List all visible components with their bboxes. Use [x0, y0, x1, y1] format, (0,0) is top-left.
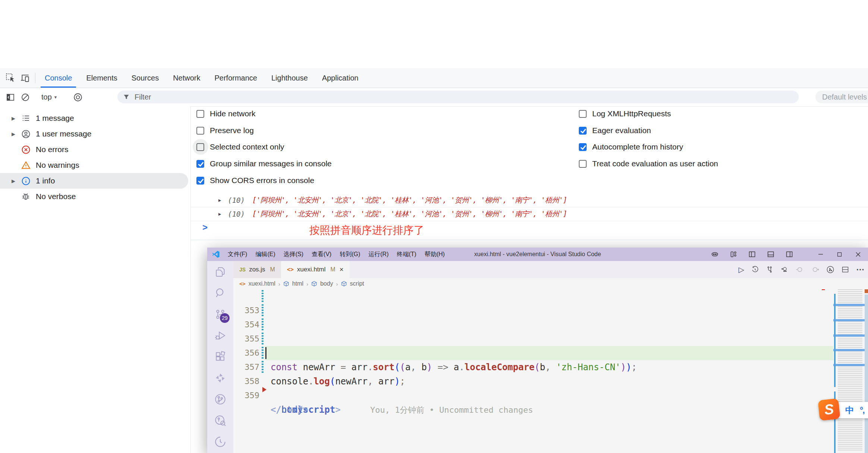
timeline-icon[interactable] — [751, 266, 759, 273]
checkbox-log-xmlhttprequests[interactable]: Log XMLHttpRequests — [579, 108, 671, 119]
navigate-back-icon[interactable] — [796, 265, 804, 274]
expand-icon[interactable]: ▶ — [10, 116, 16, 121]
ime-punctuation-mode[interactable]: °, — [860, 405, 864, 415]
toggle-sidebar-icon[interactable] — [3, 93, 18, 102]
expand-icon[interactable]: ▶ — [10, 178, 16, 184]
breadcrumb-file[interactable]: xuexi.html — [249, 280, 275, 287]
sidebar-item-errors[interactable]: No errors — [0, 142, 190, 157]
menu-view[interactable]: 查看(V) — [307, 251, 335, 258]
log-levels-dropdown[interactable]: Default levels ▾ — [815, 91, 868, 103]
breadcrumb-script[interactable]: script — [350, 280, 364, 287]
extensions-icon[interactable] — [214, 350, 227, 363]
filter-input[interactable] — [134, 92, 793, 102]
menu-go[interactable]: 转到(G) — [335, 251, 364, 258]
tab-network[interactable]: Network — [166, 68, 207, 88]
checkbox[interactable] — [196, 160, 204, 168]
breadcrumb-html[interactable]: html — [292, 280, 303, 287]
tab-xuexi-html[interactable]: <> xuexi.html M × — [281, 261, 350, 278]
sidebar-item-warnings[interactable]: No warnings — [0, 157, 190, 173]
git-graph-icon[interactable] — [214, 393, 227, 406]
references-icon[interactable] — [780, 266, 789, 273]
sidebar-item-user-messages[interactable]: ▶ 1 user message — [0, 126, 190, 142]
scrollbar-thumb[interactable] — [865, 295, 868, 453]
checkbox[interactable] — [196, 127, 204, 135]
explorer-icon[interactable] — [214, 265, 227, 278]
git-history-search-icon[interactable] — [214, 414, 227, 427]
navigate-forward-icon[interactable] — [811, 265, 819, 274]
tab-lighthouse[interactable]: Lighthouse — [264, 68, 315, 88]
menu-selection[interactable]: 选择(S) — [280, 251, 307, 258]
filter-input-pill[interactable] — [117, 91, 799, 103]
code-line: 358 </body> — [233, 360, 868, 374]
tab-application[interactable]: Application — [315, 68, 366, 88]
menu-edit[interactable]: 编辑(E) — [251, 251, 279, 258]
checkbox[interactable] — [579, 127, 587, 135]
checkbox-hide-network[interactable]: Hide network — [196, 108, 256, 119]
checkbox[interactable] — [196, 177, 204, 185]
search-icon[interactable] — [214, 287, 227, 299]
expand-icon[interactable]: ▶ — [10, 131, 16, 137]
split-editor-icon[interactable] — [842, 266, 849, 273]
checkbox[interactable] — [579, 143, 587, 151]
checkbox[interactable] — [579, 110, 587, 118]
breadcrumb-body[interactable]: body — [320, 280, 333, 287]
sogou-logo[interactable]: S — [818, 398, 840, 421]
vscode-logo-icon — [212, 250, 220, 258]
minimap[interactable] — [833, 289, 865, 453]
sidebar-item-verbose[interactable]: No verbose — [0, 189, 190, 204]
device-toolbar-icon[interactable] — [18, 68, 33, 88]
checkbox-selected-context-only[interactable]: Selected context only — [196, 142, 284, 152]
checkbox[interactable] — [579, 160, 587, 168]
tab-performance[interactable]: Performance — [208, 68, 265, 88]
checkbox-treat-code-eval[interactable]: Treat code evaluation as user action — [579, 158, 718, 169]
close-icon[interactable]: × — [340, 265, 344, 274]
source-control-graph-icon[interactable] — [766, 266, 773, 273]
error-marker — [822, 289, 825, 290]
expand-icon[interactable]: ▶ — [218, 211, 221, 217]
live-expression-eye-icon[interactable] — [70, 92, 85, 102]
checkbox-group-similar[interactable]: Group similar messages in console — [196, 158, 332, 169]
console-message-row[interactable]: ▶ (10) ['阿坝州', '北安州', '北京', '北院', '桂林', … — [191, 207, 868, 221]
code-line: 353 — [233, 289, 868, 303]
checkbox[interactable] — [196, 110, 204, 118]
customize-layout-icon[interactable] — [729, 249, 738, 259]
code-line: 354 const arr = ['南宁','阿坝州', '河池', '柳州',… — [233, 303, 868, 318]
sidebar-item-info[interactable]: ▶ 1 info — [0, 173, 188, 189]
menu-file[interactable]: 文件(F) — [224, 251, 251, 258]
menu-run[interactable]: 运行(R) — [364, 251, 393, 258]
vscode-title-bar[interactable]: 文件(F) 编辑(E) 选择(S) 查看(V) 转到(G) 运行(R) 终端(T… — [207, 248, 868, 261]
sidebar-item-messages[interactable]: ▶ 1 message — [0, 110, 190, 126]
toggle-secondary-sidebar-icon[interactable] — [785, 249, 794, 259]
context-selector[interactable]: top ▾ — [41, 93, 57, 101]
console-message-row[interactable]: ▶ (10) ['阿坝州', '北安州', '北京', '北院', '桂林', … — [191, 193, 868, 207]
live-preview-icon[interactable] — [826, 265, 834, 274]
editor-scrollbar[interactable] — [865, 289, 868, 453]
checkbox-preserve-log[interactable]: Preserve log — [196, 125, 254, 136]
checkbox-eager-evaluation[interactable]: Eager evaluation — [579, 125, 651, 136]
close-button[interactable] — [853, 249, 863, 259]
run-file-icon[interactable]: ▷ — [739, 265, 744, 274]
tab-console[interactable]: Console — [38, 68, 79, 88]
timeline-clock-icon[interactable] — [214, 435, 227, 448]
checkbox[interactable] — [196, 143, 204, 151]
console-prompt-icon[interactable]: > — [202, 222, 208, 233]
clear-console-icon[interactable] — [18, 93, 33, 102]
checkbox-autocomplete-history[interactable]: Autocomplete from history — [579, 142, 683, 152]
toggle-primary-sidebar-icon[interactable] — [747, 249, 757, 259]
toggle-panel-icon[interactable] — [766, 249, 776, 259]
maximize-button[interactable] — [834, 249, 844, 259]
tab-zos-js[interactable]: JS zos.js M — [233, 261, 281, 278]
minimize-button[interactable] — [816, 249, 826, 259]
expand-icon[interactable]: ▶ — [218, 198, 221, 203]
copilot-icon[interactable] — [710, 249, 720, 259]
ime-language-mode[interactable]: 中 — [845, 405, 854, 416]
checkbox-show-cors-errors[interactable]: Show CORS errors in console — [196, 175, 314, 186]
source-control-icon[interactable]: 29 — [214, 308, 227, 321]
extension-pinwheel-icon[interactable] — [214, 372, 227, 384]
inspect-element-icon[interactable] — [3, 68, 18, 88]
tab-elements[interactable]: Elements — [79, 68, 124, 88]
code-editor[interactable]: 353 354 const arr = ['南宁','阿坝州', '河池', '… — [233, 289, 868, 453]
tab-sources[interactable]: Sources — [124, 68, 166, 88]
run-debug-icon[interactable] — [214, 329, 227, 342]
more-actions-icon[interactable]: ⋯ — [856, 265, 864, 274]
